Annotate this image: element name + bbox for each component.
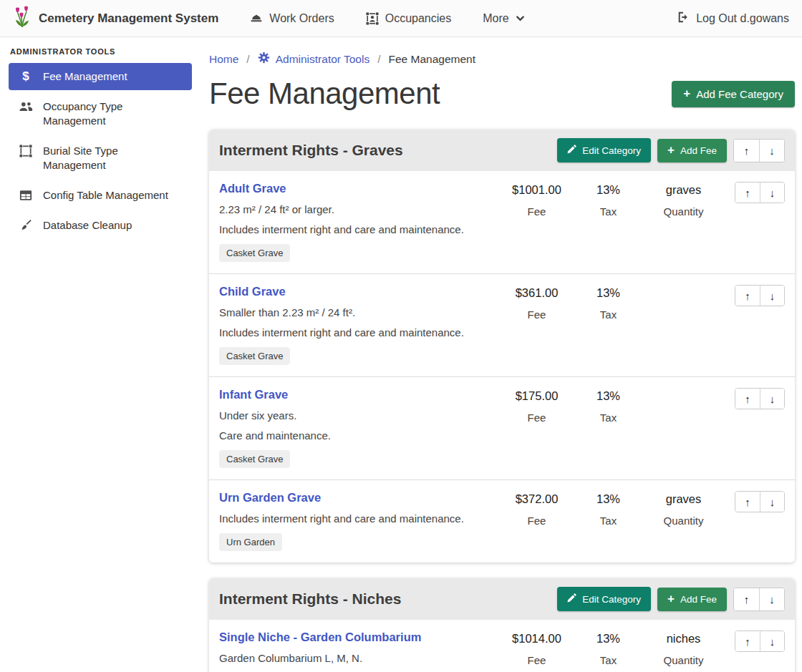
move-down-button[interactable]: ↓ (760, 631, 784, 651)
fee-amount-label: Fee (499, 515, 574, 527)
nav-occupancies-label: Occupancies (385, 12, 452, 25)
move-down-button[interactable]: ↓ (759, 588, 784, 610)
fee-row: Infant Grave Under six years. Care and m… (209, 376, 795, 479)
fee-row: Single Niche - Garden Columbarium Garden… (209, 620, 795, 672)
pencil-icon (567, 145, 576, 156)
sidebar-item-config-table[interactable]: Config Table Management (9, 182, 192, 209)
occupancy-frame-person-icon (366, 12, 379, 25)
breadcrumb-current: Fee Management (389, 53, 476, 66)
sidebar-item-fee-management[interactable]: $ Fee Management (9, 63, 192, 90)
fee-tag-badge: Casket Grave (219, 347, 290, 365)
tax-value: 13% (574, 632, 642, 646)
edit-category-label: Edit Category (582, 594, 641, 605)
category-reorder-group: ↑ ↓ (733, 139, 785, 162)
edit-category-label: Edit Category (582, 145, 641, 156)
nav-occupancies[interactable]: Occupancies (366, 12, 452, 25)
crop-frame-icon (19, 145, 33, 157)
tax-value: 13% (574, 183, 642, 197)
category-title: Interment Rights - Niches (219, 590, 557, 608)
tax-label: Tax (574, 308, 642, 321)
fee-category-card-niches: Interment Rights - Niches Edit Category … (209, 578, 795, 672)
fee-name-link[interactable]: Adult Grave (219, 182, 286, 195)
tax-label: Tax (574, 412, 642, 424)
nav-work-orders[interactable]: Work Orders (250, 12, 334, 25)
fee-description: Includes interment right and care and ma… (219, 326, 499, 339)
category-header: Interment Rights - Niches Edit Category … (209, 578, 795, 620)
tax-label: Tax (574, 654, 642, 666)
breadcrumb-separator: / (377, 53, 380, 66)
move-up-button[interactable]: ↑ (735, 286, 760, 306)
category-reorder-group: ↑ ↓ (733, 588, 785, 611)
quantity-value: graves (642, 183, 725, 197)
fee-amount: $372.00 (499, 492, 574, 506)
chevron-down-icon (516, 14, 525, 23)
tax-label: Tax (574, 205, 642, 218)
fee-description: 2.23 m² / 24 ft² or larger. (219, 203, 499, 215)
app-brand[interactable]: Cemetery Management System (13, 6, 218, 31)
edit-category-button[interactable]: Edit Category (557, 138, 651, 162)
add-fee-button[interactable]: + Add Fee (657, 139, 727, 162)
sidebar-item-database-cleanup[interactable]: Database Cleanup (9, 212, 192, 239)
move-down-button[interactable]: ↓ (760, 286, 784, 306)
fee-description: Garden Columbarium L, M, N. (219, 652, 499, 664)
sidebar-item-burial-site-type[interactable]: Burial Site Type Management (9, 137, 192, 179)
move-down-button[interactable]: ↓ (760, 182, 784, 203)
tax-value: 13% (574, 286, 642, 300)
fee-amount: $1014.00 (499, 632, 574, 646)
quantity-value: niches (642, 632, 725, 646)
gear-icon (258, 52, 270, 67)
sidebar-item-occupancy-type[interactable]: Occupancy Type Management (9, 93, 192, 135)
fee-amount: $361.00 (499, 286, 574, 300)
logout-label: Log Out d.gowans (696, 12, 789, 25)
move-up-button[interactable]: ↑ (735, 631, 760, 651)
quantity-label: Quantity (642, 205, 725, 218)
fee-description: Smaller than 2.23 m² / 24 ft². (219, 306, 499, 318)
quantity-label: Quantity (642, 515, 725, 527)
tax-label: Tax (574, 515, 642, 527)
fee-name-link[interactable]: Urn Garden Grave (219, 491, 321, 504)
breadcrumb-separator: / (246, 53, 249, 66)
logout-button[interactable]: Log Out d.gowans (677, 11, 789, 26)
move-up-button[interactable]: ↑ (734, 588, 759, 610)
fee-reorder-group: ↑ ↓ (735, 182, 785, 203)
plus-icon: + (683, 89, 690, 99)
fee-amount-label: Fee (499, 308, 574, 321)
hardhat-icon (250, 12, 263, 25)
move-down-button[interactable]: ↓ (760, 389, 784, 409)
fee-reorder-group: ↑ ↓ (735, 491, 785, 512)
nav-more-label: More (483, 12, 508, 25)
move-up-button[interactable]: ↑ (735, 182, 760, 203)
breadcrumb-admin-tools-link[interactable]: Administrator Tools (258, 52, 370, 67)
fee-amount-label: Fee (499, 205, 574, 218)
move-up-button[interactable]: ↑ (735, 492, 760, 512)
quantity-label: Quantity (642, 654, 725, 666)
fee-tag-badge: Casket Grave (219, 244, 290, 262)
main-content: Home / Administrator Tool (200, 37, 802, 672)
fee-name-link[interactable]: Child Grave (219, 285, 286, 298)
add-fee-label: Add Fee (680, 145, 717, 156)
plus-icon: + (667, 145, 675, 155)
app-title: Cemetery Management System (39, 11, 218, 26)
move-up-button[interactable]: ↑ (735, 389, 760, 409)
fee-reorder-group: ↑ ↓ (735, 285, 785, 306)
move-down-button[interactable]: ↓ (760, 492, 784, 512)
people-icon (19, 100, 33, 113)
add-fee-button[interactable]: + Add Fee (657, 588, 727, 611)
add-fee-label: Add Fee (680, 594, 717, 605)
sidebar-item-label: Fee Management (43, 69, 127, 84)
fee-name-link[interactable]: Infant Grave (219, 388, 288, 401)
plus-icon: + (667, 594, 675, 604)
edit-category-button[interactable]: Edit Category (557, 587, 651, 611)
fee-name-link[interactable]: Single Niche - Garden Columbarium (219, 630, 421, 643)
top-navbar: Cemetery Management System Work Orders O… (0, 0, 802, 37)
broom-icon (19, 219, 33, 232)
move-down-button[interactable]: ↓ (759, 140, 784, 162)
breadcrumb-home-link[interactable]: Home (209, 53, 238, 66)
logout-icon (677, 11, 690, 26)
tax-value: 13% (574, 389, 642, 403)
pencil-icon (567, 593, 576, 605)
move-up-button[interactable]: ↑ (734, 140, 759, 162)
add-fee-category-button[interactable]: + Add Fee Category (672, 81, 795, 107)
nav-more[interactable]: More (483, 12, 524, 25)
sidebar-item-label: Config Table Management (43, 188, 168, 203)
